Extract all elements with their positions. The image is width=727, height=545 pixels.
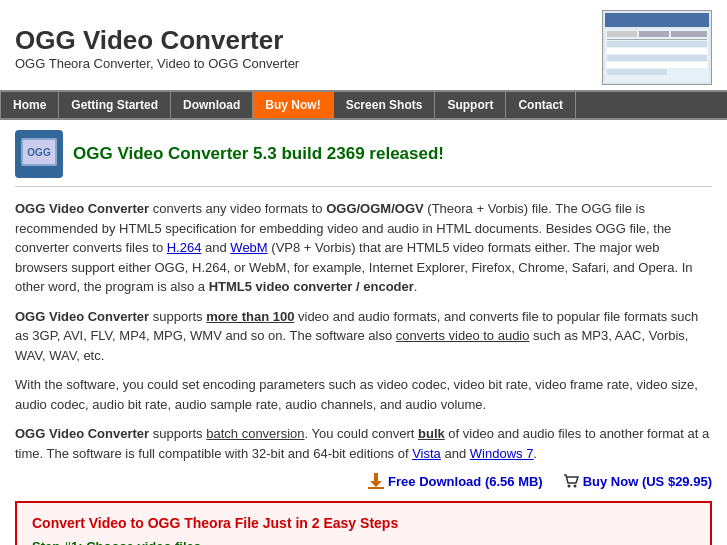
buy-now-link[interactable]: Buy Now (US $29.95)	[563, 473, 712, 489]
svg-rect-11	[671, 31, 707, 37]
para4-win7-link[interactable]: Windows 7	[470, 446, 534, 461]
content-para3: With the software, you could set encodin…	[15, 375, 712, 414]
para2-brand: OGG Video Converter	[15, 309, 149, 324]
para4-batch: batch conversion	[206, 426, 304, 441]
para1-html5: HTML5 video converter / encoder	[209, 279, 414, 294]
page-header: OGG Video Converter OGG Theora Converter…	[0, 0, 727, 90]
nav-screenshots[interactable]: Screen Shots	[334, 92, 436, 118]
para4-bulk: bulk	[418, 426, 445, 441]
site-title: OGG Video Converter	[15, 25, 299, 56]
para2-more-100: more than 100	[206, 309, 294, 324]
download-icon	[368, 473, 384, 489]
svg-rect-5	[607, 41, 707, 47]
para4-vista-link[interactable]: Vista	[412, 446, 441, 461]
release-icon: OGG	[15, 130, 63, 178]
nav-contact[interactable]: Contact	[506, 92, 576, 118]
easy-steps-heading: Convert Video to OGG Theora File Just in…	[32, 515, 695, 531]
easy-steps-box: Convert Video to OGG Theora File Just in…	[15, 501, 712, 545]
svg-rect-6	[607, 48, 707, 54]
buy-now-label: Buy Now (US $29.95)	[583, 474, 712, 489]
download-links: Free Download (6.56 MB) Buy Now (US $29.…	[15, 473, 712, 489]
para1-webm-link[interactable]: WebM	[230, 240, 267, 255]
step1-title: Step #1: Choose video files	[32, 539, 695, 545]
release-title: OGG Video Converter 5.3 build 2369 relea…	[73, 144, 444, 164]
header-text: OGG Video Converter OGG Theora Converter…	[15, 25, 299, 71]
svg-rect-7	[607, 55, 707, 61]
svg-point-22	[573, 485, 576, 488]
svg-rect-16	[31, 168, 47, 172]
main-content: OGG OGG Video Converter 5.3 build 2369 r…	[0, 120, 727, 545]
screenshot-thumbnail	[602, 10, 712, 85]
svg-rect-4	[607, 39, 707, 40]
svg-rect-18	[374, 473, 378, 481]
release-bar: OGG OGG Video Converter 5.3 build 2369 r…	[15, 130, 712, 187]
svg-rect-17	[25, 172, 53, 175]
svg-marker-19	[370, 481, 382, 487]
content-para1: OGG Video Converter converts any video f…	[15, 199, 712, 297]
nav-home[interactable]: Home	[0, 92, 59, 118]
content-para2: OGG Video Converter supports more than 1…	[15, 307, 712, 366]
free-download-label: Free Download (6.56 MB)	[388, 474, 543, 489]
nav-support[interactable]: Support	[435, 92, 506, 118]
svg-point-21	[567, 485, 570, 488]
cart-icon	[563, 473, 579, 489]
svg-rect-3	[607, 31, 637, 37]
site-subtitle: OGG Theora Converter, Video to OGG Conve…	[15, 56, 299, 71]
main-nav: Home Getting Started Download Buy Now! S…	[0, 90, 727, 120]
svg-rect-20	[368, 487, 384, 489]
svg-rect-1	[605, 13, 709, 27]
content-para4: OGG Video Converter supports batch conve…	[15, 424, 712, 463]
svg-rect-10	[639, 31, 669, 37]
para2-converts-audio: converts video to audio	[396, 328, 530, 343]
nav-buy-now[interactable]: Buy Now!	[253, 92, 333, 118]
free-download-link[interactable]: Free Download (6.56 MB)	[368, 473, 543, 489]
svg-rect-8	[607, 62, 707, 68]
nav-getting-started[interactable]: Getting Started	[59, 92, 171, 118]
para1-formats: OGG/OGM/OGV	[326, 201, 424, 216]
para4-brand: OGG Video Converter	[15, 426, 149, 441]
svg-rect-9	[607, 69, 667, 75]
svg-text:OGG: OGG	[27, 147, 51, 158]
nav-download[interactable]: Download	[171, 92, 253, 118]
para1-h264-link[interactable]: H.264	[167, 240, 202, 255]
para1-brand: OGG Video Converter	[15, 201, 149, 216]
